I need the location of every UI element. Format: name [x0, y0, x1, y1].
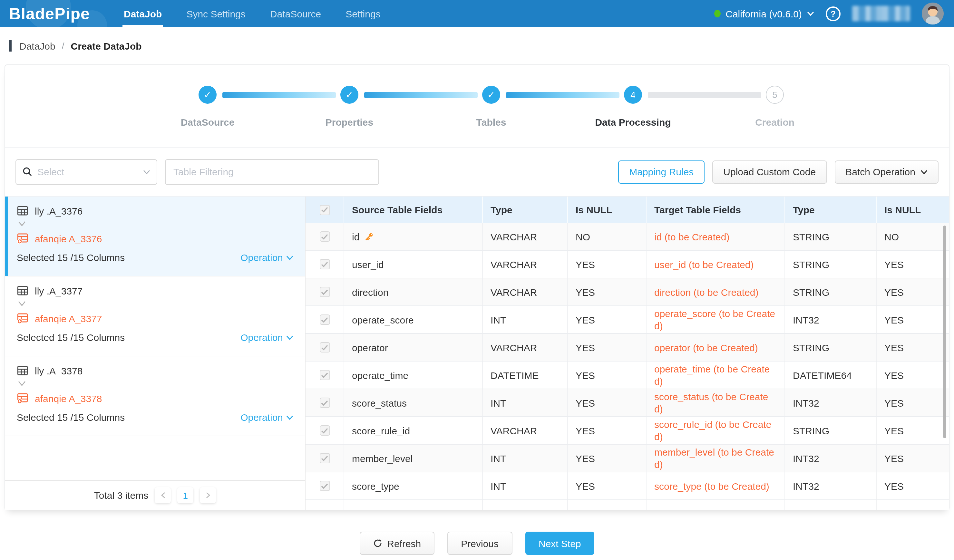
- partial-row: [306, 500, 949, 510]
- source-type-cell: INT: [483, 445, 568, 472]
- next-step-button[interactable]: Next Step: [525, 532, 595, 555]
- top-nav-bar: BladePipe DataJob Sync Settings DataSour…: [0, 0, 954, 27]
- brand-logo[interactable]: BladePipe: [9, 4, 124, 23]
- table-row: direction VARCHAR YES direction (to be C…: [306, 278, 949, 306]
- chevron-down-icon: [920, 169, 928, 174]
- step-label: Tables: [420, 117, 562, 128]
- prev-page-button[interactable]: [155, 487, 171, 503]
- check-icon: [321, 207, 328, 213]
- nav-tab[interactable]: DataJob: [124, 0, 162, 27]
- breadcrumb: DataJob / Create DataJob: [0, 27, 954, 64]
- check-icon: [321, 289, 328, 295]
- chevron-down-icon: [286, 415, 293, 420]
- nav-tab-label: DataSource: [270, 8, 321, 19]
- table-icon: [17, 285, 28, 296]
- operation-dropdown[interactable]: Operation: [240, 252, 293, 263]
- checkbox-checked-disabled[interactable]: [320, 370, 330, 380]
- filter-select-input[interactable]: [37, 166, 138, 177]
- check-icon: [321, 400, 328, 406]
- environment-selector[interactable]: California (v0.6.0): [714, 8, 814, 19]
- header-checkbox-cell: [306, 196, 344, 223]
- source-type-cell: VARCHAR: [483, 417, 568, 444]
- chevron-down-icon: [17, 300, 26, 307]
- nav-tab[interactable]: Sync Settings: [186, 0, 245, 27]
- target-isnull-cell: YES: [877, 278, 949, 305]
- operation-dropdown[interactable]: Operation: [240, 412, 293, 423]
- check-icon: [321, 455, 328, 461]
- nav-tab[interactable]: DataSource: [270, 0, 321, 27]
- checkbox-checked-disabled[interactable]: [320, 205, 330, 215]
- batch-operation-button[interactable]: Batch Operation: [834, 160, 938, 184]
- checkbox-checked-disabled[interactable]: [320, 287, 330, 297]
- source-type-cell: VARCHAR: [483, 334, 568, 361]
- breadcrumb-parent[interactable]: DataJob: [19, 40, 55, 51]
- table-row: score_type INT YES score_type (to be Cre…: [306, 472, 949, 500]
- item-meta-row: Selected 15 /15 Columns Operation: [17, 332, 293, 343]
- checkbox-checked-disabled[interactable]: [320, 342, 330, 353]
- mapping-rules-button[interactable]: Mapping Rules: [618, 160, 705, 184]
- operation-dropdown[interactable]: Operation: [240, 332, 293, 343]
- source-isnull-cell: YES: [568, 445, 647, 472]
- table-icon: [17, 205, 28, 216]
- checkbox-checked-disabled[interactable]: [320, 425, 330, 436]
- wizard-step: ✓ Properties: [279, 65, 420, 148]
- previous-button[interactable]: Previous: [447, 532, 512, 555]
- row-checkbox-cell: [306, 223, 344, 250]
- target-isnull-cell: YES: [877, 445, 949, 472]
- table-row: score_rule_id VARCHAR YES score_rule_id …: [306, 417, 949, 445]
- chevron-down-icon: [17, 220, 26, 227]
- table-row: operate_time DATETIME YES operate_time (…: [306, 361, 949, 389]
- table-mapping-item[interactable]: lly .A_3378 afanqie A_3378 Selected 15 /…: [5, 356, 305, 436]
- table-mapping-item[interactable]: lly .A_3377 afanqie A_3377 Selected 15 /…: [5, 277, 305, 356]
- main-card: ✓ DataSource ✓ Properties: [5, 64, 949, 510]
- page-number-button[interactable]: 1: [177, 487, 193, 503]
- step-glyph: ✓: [204, 90, 211, 100]
- mapping-arrow[interactable]: [17, 300, 293, 309]
- checkbox-checked-disabled[interactable]: [320, 398, 330, 408]
- table-list-panel: lly .A_3376 afanqie A_3376 Selected 15 /…: [5, 196, 306, 510]
- source-type-cell: VARCHAR: [483, 278, 568, 305]
- col-header-target-field: Target Table Fields: [647, 196, 785, 223]
- target-type-cell: STRING: [785, 417, 877, 444]
- target-field-cell: id (to be Created): [647, 223, 785, 250]
- app-root: BladePipe DataJob Sync Settings DataSour…: [0, 0, 954, 560]
- checkbox-checked-disabled[interactable]: [320, 453, 330, 464]
- filter-select[interactable]: [16, 159, 157, 185]
- checkbox-checked-disabled[interactable]: [320, 231, 330, 242]
- help-icon[interactable]: ?: [826, 6, 840, 21]
- checkbox-checked-disabled[interactable]: [320, 314, 330, 325]
- step-circle: ✓: [198, 86, 217, 104]
- table-icon: [17, 365, 28, 376]
- nav-tab-label: DataJob: [124, 8, 162, 19]
- target-table-row: afanqie A_3378: [17, 392, 293, 404]
- table-filtering-input[interactable]: [165, 159, 379, 185]
- nav-tab[interactable]: Settings: [346, 0, 380, 27]
- source-field-cell: operator: [344, 334, 483, 361]
- source-type-cell: INT: [483, 389, 568, 416]
- target-type-cell: DATETIME64: [785, 361, 877, 389]
- next-page-button[interactable]: [200, 487, 216, 503]
- nav-tab-label: Sync Settings: [186, 8, 245, 19]
- target-field-cell: direction (to be Created): [647, 278, 785, 305]
- upload-custom-code-button[interactable]: Upload Custom Code: [712, 160, 827, 184]
- row-checkbox-cell: [306, 334, 344, 361]
- target-field-cell: member_level (to be Created): [647, 445, 785, 472]
- checkbox-checked-disabled[interactable]: [320, 259, 330, 269]
- target-field-cell: user_id (to be Created): [647, 251, 785, 278]
- table-mapping-item[interactable]: lly .A_3376 afanqie A_3376 Selected 15 /…: [5, 196, 305, 277]
- refresh-button[interactable]: Refresh: [359, 532, 435, 555]
- filter-toolbar: Mapping Rules Upload Custom Code Batch O…: [5, 148, 949, 196]
- avatar[interactable]: [922, 3, 944, 25]
- selected-columns-text: Selected 15 /15 Columns: [17, 252, 125, 263]
- check-icon: [321, 317, 328, 322]
- check-icon: [321, 233, 328, 240]
- total-items-text: Total 3 items: [94, 490, 148, 501]
- source-field-cell: direction: [344, 278, 483, 305]
- target-type-cell: INT32: [785, 472, 877, 499]
- vertical-scrollbar[interactable]: [943, 226, 946, 438]
- mapping-arrow[interactable]: [17, 380, 293, 389]
- mapping-arrow[interactable]: [17, 220, 293, 229]
- checkbox-checked-disabled[interactable]: [320, 481, 330, 491]
- source-isnull-cell: NO: [568, 223, 647, 250]
- source-table-row: lly .A_3378: [17, 365, 293, 376]
